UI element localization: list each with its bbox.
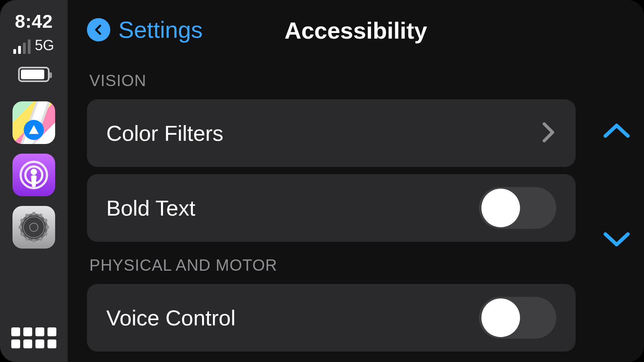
podcasts-icon [18,159,50,191]
scroll-up-button[interactable] [602,121,631,142]
scroll-controls [602,121,631,251]
section-header-vision: VISION [89,72,576,90]
svg-rect-7 [33,212,35,216]
row-bold-text[interactable]: Bold Text [87,174,576,242]
svg-rect-13 [33,239,35,243]
svg-rect-16 [19,226,22,229]
status-sidebar: 8:42 5G [0,0,68,362]
recent-apps [12,101,55,249]
signal-bars-icon [13,42,31,54]
row-color-filters[interactable]: Color Filters [87,99,576,167]
row-voice-control[interactable]: Voice Control [87,284,576,352]
battery-icon [18,67,50,82]
main-pane: Settings Accessibility VISION Color Filt… [68,0,644,362]
clock: 8:42 [15,10,53,32]
section-header-physical-motor: PHYSICAL AND MOTOR [89,256,576,274]
network-type: 5G [35,37,54,54]
settings-app-icon[interactable] [12,206,55,249]
podcasts-app-icon[interactable] [12,154,55,196]
chevron-up-icon [602,121,631,140]
chevron-down-icon [602,230,631,249]
svg-rect-10 [45,226,49,229]
network-status: 5G [13,37,54,54]
signal-bar [28,39,31,54]
chevron-right-icon [542,121,556,145]
toggle-knob [481,298,520,337]
maps-app-icon[interactable] [12,101,55,144]
row-label: Bold Text [106,195,195,220]
page-title: Accessibility [68,17,644,44]
voice-control-toggle[interactable] [479,297,556,339]
signal-bar [18,46,21,54]
home-grid-button[interactable] [11,327,56,348]
row-label: Voice Control [106,305,235,330]
nav-header: Settings Accessibility [68,0,644,60]
svg-point-4 [22,216,45,239]
carplay-screen: 8:42 5G [0,0,644,362]
signal-bar [23,43,26,54]
signal-bar [13,49,16,54]
toggle-knob [481,189,520,227]
svg-point-2 [31,169,37,175]
battery-fill [21,70,44,79]
gear-icon [17,210,51,245]
settings-list: VISION Color Filters Bold Text PHYSICAL … [87,64,576,359]
scroll-down-button[interactable] [602,230,631,251]
bold-text-toggle[interactable] [479,187,556,229]
row-label: Color Filters [106,121,223,146]
